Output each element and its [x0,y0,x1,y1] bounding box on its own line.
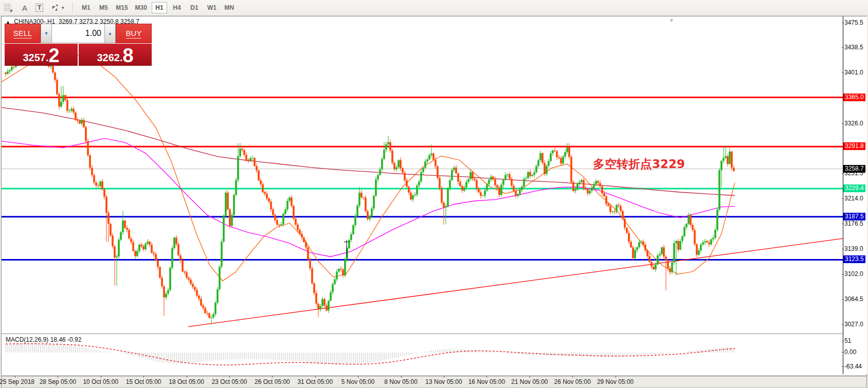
price-level-label: 3187.5 [843,213,865,220]
buy-price-display[interactable]: 3262.8 [79,44,152,66]
timeframe-button-m30[interactable]: M30 [133,2,150,13]
time-tick-label: 25 Sep 2018 [0,378,34,385]
time-tick [101,376,101,378]
price-tick-label: 3475.5 [844,19,863,26]
macd-header: MACD(12,26,9) 18.46 -0.92 [6,336,81,343]
price-level-label: 3258.7 [843,165,865,173]
timeframe-button-w1[interactable]: W1 [204,2,220,13]
time-tick [315,376,316,378]
macd-signal-line [6,344,735,365]
macd-tick-label: -63.44 [844,363,862,370]
time-tick-label: 28 Sep 05:00 [40,378,76,385]
price-level-label: 3365.0 [843,94,865,101]
timeframe-button-h4[interactable]: H4 [169,2,185,13]
time-tick-label: 15 Oct 05:00 [126,378,161,385]
time-tick-label: 13 Nov 05:00 [425,378,462,385]
time-tick-label: 16 Nov 05:00 [468,378,505,385]
text-box-icon[interactable]: T [32,2,46,14]
price-tick-label: 3326.0 [844,120,863,127]
time-tick-label: 26 Oct 05:00 [255,378,290,385]
candlestick-chart[interactable] [2,16,843,359]
price-tick-label: 3401.0 [844,69,863,76]
time-tick-label: 10 Oct 05:00 [83,378,118,385]
timeframe-button-m5[interactable]: M5 [96,2,111,13]
price-axis[interactable]: 3475.53438.53401.03326.03251.53214.03176… [843,16,867,374]
price-tick-label: 3064.5 [844,295,863,303]
time-axis[interactable]: 25 Sep 201828 Sep 05:0010 Oct 05:0015 Oc… [2,376,866,387]
price-tick-label: 3214.0 [844,195,863,202]
time-tick [486,376,487,378]
text-label-icon[interactable]: A [18,2,31,14]
time-tick-label: 21 Nov 05:00 [511,378,548,385]
timeframe-button-h1[interactable]: H1 [152,2,167,13]
time-tick [15,376,15,378]
price-level-label: 3123.5 [843,255,865,263]
chart-window: ▲ CHINA300-,H1 3269.7 3273.2 3250.8 3258… [1,16,867,387]
time-tick-label: 29 Nov 05:00 [597,378,634,385]
time-tick-label: 18 Oct 05:00 [169,378,204,385]
price-level-label: 3229.4 [843,184,865,192]
time-tick-label: 8 Nov 05:00 [384,378,418,385]
price-tick-label: 3102.0 [844,270,863,278]
time-tick [358,376,358,378]
macd-tick-label: 51 [844,337,851,344]
timeframe-button-m15[interactable]: M15 [113,2,130,13]
top-toolbar: F A T ▼ M1M5M15M30H1H4D1W1MN [0,0,868,16]
volume-decrease-button[interactable]: ▼ [41,24,52,43]
sell-price-display[interactable]: 3257.2 [5,44,78,66]
time-tick-label: 5 Nov 05:00 [341,378,375,385]
price-tick-label: 3176.5 [844,220,863,227]
time-tick-label: 26 Nov 05:00 [554,378,590,385]
arrows-icon[interactable]: ▼ [47,2,68,14]
price-tick-label: 3438.5 [844,44,863,51]
buy-button[interactable]: BUY [116,24,152,43]
sell-button[interactable]: SELL [5,24,41,43]
fibonacci-icon[interactable]: F [1,2,17,14]
volume-increase-button[interactable]: ▲ [104,24,116,43]
svg-text:F: F [10,9,13,12]
macd-indicator-pane[interactable] [2,334,843,375]
time-tick-label: 23 Oct 05:00 [212,378,247,385]
time-tick [616,376,616,378]
trend-line [188,238,843,326]
timeframe-button-m1[interactable]: M1 [78,2,94,13]
timeframe-button-d1[interactable]: D1 [187,2,202,13]
time-tick-label: 31 Oct 05:00 [297,378,333,385]
chevron-down-icon: ▼ [61,6,65,10]
time-tick [229,376,230,378]
price-tick-label: 3027.0 [844,321,863,328]
ma-slow-crimson [2,107,735,195]
price-level-label: 3291.8 [843,142,865,150]
time-tick [444,376,444,378]
time-tick [187,376,187,378]
volume-input[interactable]: 1.00 [52,24,104,43]
timeframe-buttons: M1M5M15M30H1H4D1W1MN [77,2,238,13]
time-tick [272,376,273,378]
timeframe-button-mn[interactable]: MN [222,2,237,13]
time-tick [530,376,530,378]
macd-tick-label: 0.00 [844,348,856,356]
time-tick [572,376,573,378]
time-tick [58,376,58,378]
price-tick-label: 3139.0 [844,245,863,252]
time-tick [401,376,402,378]
toolbar-separator [73,2,73,13]
autoscroll-marker-icon[interactable]: ▼ [669,17,674,23]
chart-annotation-text[interactable]: 多空转折点3229 [593,156,685,172]
time-tick [143,376,144,378]
one-click-trading-panel: SELL ▼ 1.00 ▲ BUY 3257.2 3262.8 [5,24,152,66]
